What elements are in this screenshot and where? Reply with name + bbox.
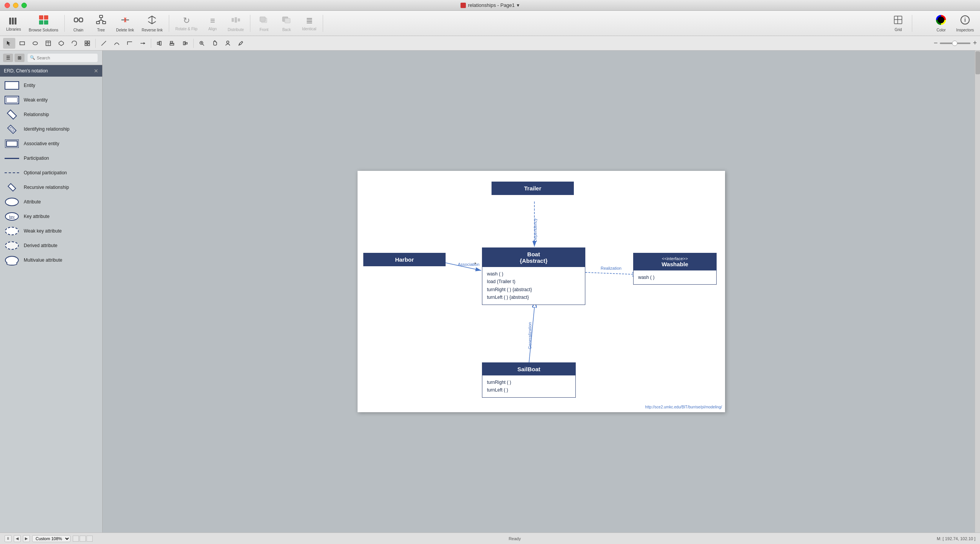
elbow-tool[interactable]	[124, 38, 136, 49]
svg-text:Association: Association	[458, 262, 479, 267]
page-view-btn-2[interactable]	[80, 536, 86, 542]
zoom-thumb[interactable]	[952, 41, 957, 46]
washable-box[interactable]: <<interface>> Washable wash ( )	[633, 253, 717, 285]
panel-item-participation[interactable]: Participation	[0, 151, 102, 165]
toolbar-libraries[interactable]: Libraries	[3, 14, 24, 33]
toolbar-rotate-flip[interactable]: ↻ Rotate & Flip	[172, 14, 201, 33]
panel-list-view[interactable]: ☰	[3, 54, 13, 62]
panel-item-optional-participation[interactable]: Optional participation	[0, 165, 102, 180]
harbor-box[interactable]: Harbor	[363, 253, 446, 266]
boat-box[interactable]: Boat {Abstract} wash ( ) load (Trailer t…	[482, 247, 585, 305]
scroll-thumb[interactable]	[975, 51, 980, 74]
panel-search-input[interactable]	[37, 56, 95, 60]
inspectors-icon: i	[960, 15, 970, 25]
align-label: Align	[208, 27, 217, 31]
delete-link-icon	[120, 15, 131, 25]
zoom-select[interactable]: Custom 108%	[32, 535, 70, 542]
panel-item-identifying-relationship[interactable]: Identifying relationship	[0, 122, 102, 136]
curve-tool[interactable]	[111, 38, 123, 49]
toolbar-tree[interactable]: Tree	[90, 13, 111, 34]
toolbar-back[interactable]: Back	[276, 13, 297, 33]
toolbar-identical[interactable]: ≣ Identical	[299, 14, 320, 33]
svg-rect-34	[20, 42, 24, 45]
line-icon	[101, 40, 107, 46]
panel-item-multivalue-attribute[interactable]: Multivalue attribute	[0, 253, 102, 267]
line-tool[interactable]	[98, 38, 110, 49]
trailer-header: Trailer	[492, 182, 573, 195]
rectangle-tool[interactable]	[16, 38, 28, 49]
prev-page-button[interactable]: ◀	[14, 535, 21, 542]
panel-item-recursive-relationship[interactable]: Recursive relationship	[0, 180, 102, 195]
select-tool[interactable]	[3, 38, 15, 49]
right-scrollbar[interactable]	[975, 51, 980, 533]
distribute-tool-icon	[182, 40, 188, 46]
diagram-canvas[interactable]: Dependency Association * Realization Gen…	[358, 171, 725, 412]
panel-grid-view[interactable]: ⊞	[15, 54, 24, 62]
line-tool-2[interactable]	[137, 38, 149, 49]
svg-point-60	[227, 41, 229, 43]
toolbar-inspectors[interactable]: i Inspectors	[953, 13, 977, 34]
toolbar-color[interactable]: Color	[931, 13, 952, 34]
panel-item-weak-key-attribute[interactable]: Weak key attribute	[0, 224, 102, 238]
toolbar-browse-solutions[interactable]: Browse Solutions	[26, 13, 61, 34]
browse-solutions-label: Browse Solutions	[29, 28, 58, 32]
svg-rect-43	[88, 44, 90, 46]
panel-item-attribute[interactable]: Attribute	[0, 195, 102, 209]
arrow-line-icon	[140, 40, 146, 46]
page-view-btn-1[interactable]	[73, 536, 79, 542]
panel-item-key-attribute[interactable]: key Key attribute	[0, 209, 102, 224]
back-icon	[282, 15, 292, 25]
close-button[interactable]	[5, 3, 10, 8]
minimize-button[interactable]	[13, 3, 18, 8]
key-attribute-label: Key attribute	[24, 214, 49, 219]
color-label: Color	[936, 28, 946, 32]
entity-label: Entity	[24, 83, 35, 88]
category-close-button[interactable]: ✕	[94, 68, 98, 74]
zoom-in-icon-tool[interactable]	[196, 38, 208, 49]
panel-item-associative-entity[interactable]: Associative entity	[0, 136, 102, 151]
toolbar-grid[interactable]: Grid	[888, 13, 909, 33]
panel-item-relationship[interactable]: Relationship	[0, 107, 102, 122]
toolbar-reverse-link[interactable]: Reverse link	[139, 13, 166, 34]
pause-button[interactable]: ⏸	[5, 535, 11, 542]
trailer-box[interactable]: Trailer	[492, 182, 574, 195]
pan-tool[interactable]	[209, 38, 221, 49]
shape-tool-3[interactable]	[81, 38, 93, 49]
panel-item-entity[interactable]: Entity	[0, 78, 102, 93]
traffic-lights	[5, 3, 27, 8]
tools-toolbar: − +	[0, 36, 980, 51]
page-view-btn-3[interactable]	[87, 536, 93, 542]
grid-icon	[893, 15, 903, 25]
ellipse-tool[interactable]	[29, 38, 41, 49]
zoom-slider[interactable]	[940, 43, 970, 44]
maximize-button[interactable]	[21, 3, 27, 8]
table-tool[interactable]	[42, 38, 54, 49]
svg-text:Generalization: Generalization	[528, 322, 532, 349]
toolbar-chain[interactable]: Chain	[68, 13, 89, 34]
pen-tool[interactable]	[235, 38, 247, 49]
tool-sep-3	[193, 39, 194, 48]
toolbar-delete-link[interactable]: Delete link	[113, 13, 137, 34]
shape-tool-1[interactable]	[55, 38, 67, 49]
toolbar-distribute[interactable]: Distribute	[225, 13, 247, 33]
back-label: Back	[282, 28, 291, 32]
coordinates-display: M: [ 192.74, 102.10 ]	[937, 536, 975, 541]
distribute-tool[interactable]	[179, 38, 191, 49]
align-horizontal-tool[interactable]	[166, 38, 178, 49]
svg-rect-1	[12, 18, 14, 25]
next-page-button[interactable]: ▶	[23, 535, 30, 542]
sailboat-box[interactable]: SailBoat turnRight ( ) turnLeft ( )	[482, 362, 576, 398]
svg-rect-4	[44, 15, 48, 20]
panel-item-weak-entity[interactable]: Weak entity	[0, 93, 102, 107]
toolbar-align[interactable]: ≡ Align	[202, 14, 223, 33]
derived-attribute-label: Derived attribute	[24, 243, 57, 248]
optional-participation-icon	[4, 167, 20, 178]
panel-item-derived-attribute[interactable]: Derived attribute	[0, 238, 102, 253]
zoom-out-button[interactable]: −	[934, 39, 938, 47]
shape-tool-2[interactable]	[68, 38, 80, 49]
user-tool[interactable]	[222, 38, 234, 49]
canvas-area[interactable]: Dependency Association * Realization Gen…	[103, 51, 980, 533]
toolbar-front[interactable]: Front	[253, 13, 274, 33]
align-vertical-tool[interactable]	[153, 38, 165, 49]
zoom-in-button[interactable]: +	[973, 39, 977, 47]
